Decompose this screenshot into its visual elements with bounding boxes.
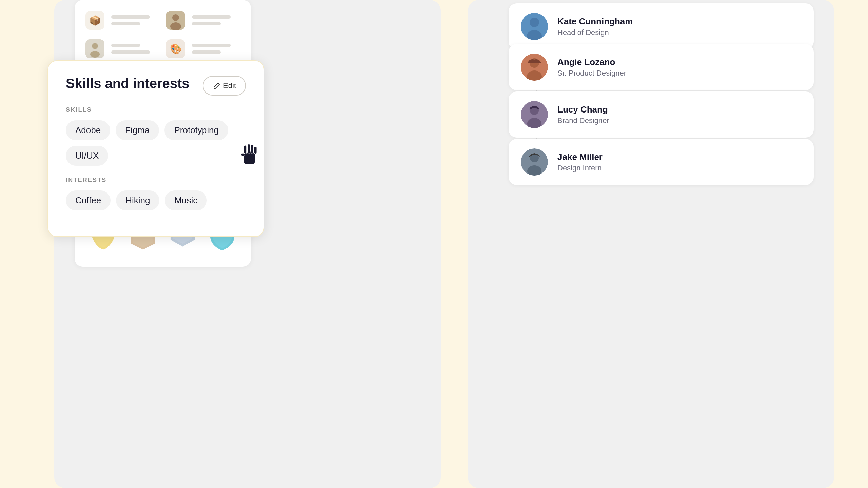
line	[192, 15, 231, 19]
item-lines-2	[192, 15, 240, 25]
org-role-kate: Head of Design	[557, 28, 633, 37]
skills-section-label: SKILLS	[66, 106, 246, 114]
item-icon-box: 📦	[85, 11, 104, 30]
org-name-angie: Angie Lozano	[557, 57, 626, 67]
skill-tag-adobe[interactable]: Adobe	[66, 120, 110, 140]
right-panel: Kate Cunningham Head of Design Angie Loz…	[468, 0, 834, 488]
list-item-2: 🎨	[85, 39, 240, 58]
org-card-kate[interactable]: Kate Cunningham Head of Design	[509, 3, 814, 49]
skill-tag-uiux[interactable]: UI/UX	[66, 146, 108, 166]
org-name-lucy: Lucy Chang	[557, 104, 609, 115]
edit-icon	[213, 82, 220, 89]
svg-point-4	[92, 43, 98, 49]
org-name-kate: Kate Cunningham	[557, 16, 633, 27]
skills-title: Skills and interests	[66, 76, 190, 91]
avatar-jake	[521, 148, 548, 176]
svg-point-13	[530, 18, 539, 27]
line	[192, 22, 221, 25]
svg-point-5	[90, 51, 100, 58]
org-card-angie[interactable]: Angie Lozano Sr. Product Designer	[509, 44, 814, 90]
line	[111, 50, 150, 54]
org-info-kate: Kate Cunningham Head of Design	[557, 16, 633, 37]
skill-tag-prototyping[interactable]: Prototyping	[164, 120, 228, 140]
avatar-kate	[521, 13, 548, 40]
org-info-lucy: Lucy Chang Brand Designer	[557, 104, 609, 125]
avatar-lucy	[521, 101, 548, 128]
org-info-jake: Jake Miller Design Intern	[557, 152, 603, 172]
line	[111, 22, 140, 25]
org-card-jake[interactable]: Jake Miller Design Intern	[509, 139, 814, 185]
edit-label: Edit	[223, 81, 236, 90]
line	[192, 44, 231, 47]
org-card-lucy[interactable]: Lucy Chang Brand Designer	[509, 92, 814, 138]
item-icon-photo	[166, 11, 185, 30]
item-icon-person	[85, 39, 104, 58]
item-lines-3	[111, 44, 159, 54]
skill-tag-figma[interactable]: Figma	[116, 120, 159, 140]
interest-tag-coffee[interactable]: Coffee	[66, 190, 111, 210]
org-info-angie: Angie Lozano Sr. Product Designer	[557, 57, 626, 78]
list-item: 📦	[85, 11, 240, 30]
item-lines	[111, 15, 159, 25]
org-name-jake: Jake Miller	[557, 152, 603, 162]
interests-section-label: INTERESTS	[66, 177, 246, 184]
org-role-jake: Design Intern	[557, 164, 603, 172]
edit-button[interactable]: Edit	[203, 76, 246, 96]
interest-tag-hiking[interactable]: Hiking	[116, 190, 159, 210]
skills-interests-card: Skills and interests Edit SKILLS Adobe F…	[47, 60, 264, 237]
line	[111, 44, 140, 47]
line	[111, 15, 150, 19]
interests-tags-row: Coffee Hiking Music	[66, 190, 246, 210]
svg-point-1	[172, 14, 179, 21]
org-role-angie: Sr. Product Designer	[557, 69, 626, 78]
org-role-lucy: Brand Designer	[557, 116, 609, 125]
interest-tag-music[interactable]: Music	[165, 190, 207, 210]
item-lines-4	[192, 44, 240, 54]
skills-header: Skills and interests Edit	[66, 76, 246, 96]
skills-tags-row: Adobe Figma Prototyping UI/UX	[66, 120, 246, 166]
item-icon-palette: 🎨	[166, 39, 185, 58]
line	[192, 50, 221, 54]
avatar-angie	[521, 54, 548, 81]
